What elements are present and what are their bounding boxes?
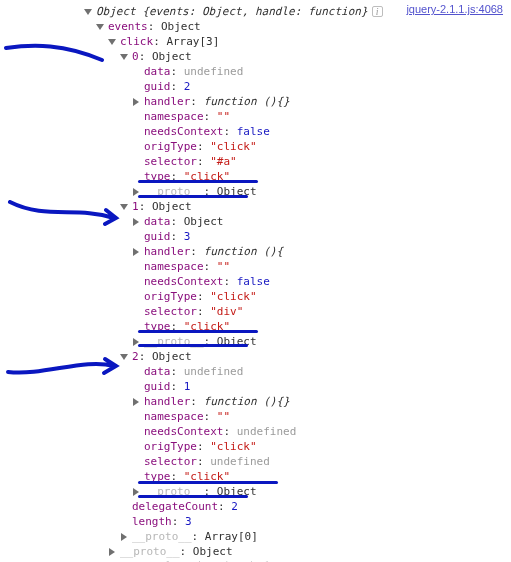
triangle-down-icon[interactable] [120, 52, 130, 62]
prop-guid[interactable]: guid: 1 [144, 379, 190, 394]
triangle-right-icon[interactable] [132, 187, 142, 197]
prop-events[interactable]: events: Object [108, 19, 201, 34]
info-icon[interactable]: i [372, 6, 383, 17]
prop-click[interactable]: click: Array[3] [120, 34, 219, 49]
prop-needsContext[interactable]: needsContext: false [144, 124, 270, 139]
source-link[interactable]: jquery-2.1.1.js:4068 [406, 2, 503, 17]
prop-delegateCount[interactable]: delegateCount: 2 [132, 499, 238, 514]
prop-guid[interactable]: guid: 3 [144, 229, 190, 244]
prop-needsContext[interactable]: needsContext: undefined [144, 424, 296, 439]
triangle-right-icon[interactable] [132, 487, 142, 497]
prop-namespace[interactable]: namespace: "" [144, 409, 230, 424]
triangle-down-icon[interactable] [84, 7, 94, 17]
prop-handler[interactable]: handler: function (){} [144, 94, 290, 109]
prop-selector[interactable]: selector: undefined [144, 454, 270, 469]
triangle-down-icon[interactable] [108, 37, 118, 47]
prop-length[interactable]: length: 3 [132, 514, 192, 529]
triangle-right-icon[interactable] [132, 397, 142, 407]
object-tree-root: Object {events: Object, handle: function… [84, 4, 505, 562]
prop-proto[interactable]: __proto__: Object [144, 334, 257, 349]
prop-type[interactable]: type: "click" [144, 319, 230, 334]
prop-origType[interactable]: origType: "click" [144, 139, 257, 154]
prop-namespace[interactable]: namespace: "" [144, 109, 230, 124]
triangle-down-icon[interactable] [120, 202, 130, 212]
prop-selector[interactable]: selector: "#a" [144, 154, 237, 169]
prop-index[interactable]: 1: Object [132, 199, 192, 214]
triangle-down-icon[interactable] [120, 352, 130, 362]
prop-data[interactable]: data: undefined [144, 64, 243, 79]
prop-proto[interactable]: __proto__: Array[0] [132, 529, 258, 544]
triangle-right-icon[interactable] [108, 547, 118, 557]
triangle-right-icon[interactable] [132, 97, 142, 107]
prop-type[interactable]: type: "click" [144, 469, 230, 484]
prop-proto[interactable]: __proto__: Object [144, 184, 257, 199]
prop-handler[interactable]: handler: function (){} [144, 394, 290, 409]
prop-namespace[interactable]: namespace: "" [144, 259, 230, 274]
triangle-right-icon[interactable] [132, 217, 142, 227]
prop-origType[interactable]: origType: "click" [144, 439, 257, 454]
triangle-right-icon[interactable] [120, 532, 130, 542]
prop-type[interactable]: type: "click" [144, 169, 230, 184]
prop-index[interactable]: 0: Object [132, 49, 192, 64]
prop-data[interactable]: data: Object [144, 214, 224, 229]
prop-needsContext[interactable]: needsContext: false [144, 274, 270, 289]
prop-guid[interactable]: guid: 2 [144, 79, 190, 94]
triangle-down-icon[interactable] [96, 22, 106, 32]
prop-index[interactable]: 2: Object [132, 349, 192, 364]
triangle-right-icon[interactable] [132, 337, 142, 347]
triangle-right-icon[interactable] [132, 247, 142, 257]
prop-handler[interactable]: handler: function (){ [144, 244, 283, 259]
prop-proto[interactable]: __proto__: Object [120, 544, 233, 559]
prop-data[interactable]: data: undefined [144, 364, 243, 379]
prop-selector[interactable]: selector: "div" [144, 304, 243, 319]
prop-proto[interactable]: __proto__: Object [144, 484, 257, 499]
root-object-label[interactable]: Object {events: Object, handle: function… [96, 4, 368, 19]
prop-origType[interactable]: origType: "click" [144, 289, 257, 304]
